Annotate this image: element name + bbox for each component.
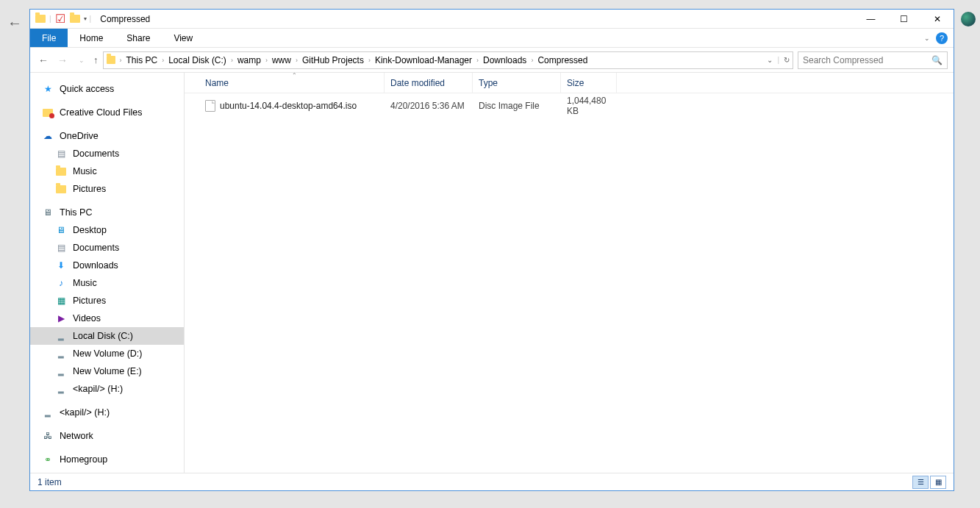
ribbon-expand-button[interactable]: ⌄ — [924, 35, 930, 42]
breadcrumb-separator[interactable]: › — [368, 57, 371, 64]
cloud-icon: ☁ — [42, 130, 54, 142]
breadcrumb-github-projects[interactable]: GitHub Projects — [299, 55, 367, 65]
nav-label: Documents — [73, 243, 119, 253]
new-folder-icon[interactable] — [69, 13, 81, 25]
nav-label: Homegroup — [60, 454, 107, 465]
breadcrumb-downloads[interactable]: Downloads — [480, 55, 529, 65]
nav-label: Local Disk (C:) — [73, 331, 133, 341]
nav-kapil-h[interactable]: ▂<kapil/> (H:) — [30, 380, 184, 398]
browser-back-button[interactable]: ← — [7, 15, 22, 32]
column-name[interactable]: Name⌃ — [199, 73, 385, 93]
sort-indicator-icon: ⌃ — [292, 72, 297, 79]
tab-view[interactable]: View — [162, 29, 204, 47]
nav-new-volume-d[interactable]: ▂New Volume (D:) — [30, 345, 184, 362]
folder-icon — [55, 183, 67, 195]
file-type: Disc Image File — [473, 101, 561, 111]
nav-network[interactable]: 🖧Network — [30, 427, 184, 445]
column-size[interactable]: Size — [561, 73, 617, 93]
address-dropdown[interactable]: ⌄ — [767, 56, 773, 64]
nav-homegroup[interactable]: ⚭Homegroup — [30, 451, 184, 468]
window-title: Compressed — [100, 14, 150, 24]
column-type[interactable]: Type — [473, 73, 561, 93]
nav-up-button[interactable]: ↑ — [93, 54, 99, 65]
tab-share[interactable]: Share — [115, 29, 162, 47]
help-button[interactable]: ? — [936, 32, 948, 44]
refresh-button[interactable]: ↻ — [784, 56, 790, 64]
breadcrumb-separator[interactable]: › — [296, 57, 298, 64]
status-item-count: 1 item — [37, 477, 62, 487]
qat-customize-dropdown[interactable]: ▾ — [84, 15, 87, 22]
view-large-icons-button[interactable]: ▦ — [930, 476, 946, 489]
nav-desktop[interactable]: 🖥Desktop — [30, 221, 184, 239]
nav-creative-cloud[interactable]: Creative Cloud Files — [30, 104, 184, 121]
search-box[interactable]: Search Compressed 🔍 — [798, 51, 948, 69]
document-icon: ▤ — [55, 148, 67, 160]
breadcrumb-separator[interactable]: › — [120, 57, 122, 64]
nav-videos[interactable]: ▶Videos — [30, 310, 184, 327]
nav-onedrive[interactable]: ☁OneDrive — [30, 127, 184, 145]
view-details-button[interactable]: ☰ — [912, 476, 929, 489]
download-icon: ⬇ — [55, 260, 67, 271]
explorer-body: ★Quick access Creative Cloud Files ☁OneD… — [30, 73, 954, 473]
file-name: ubuntu-14.04.4-desktop-amd64.iso — [220, 101, 357, 111]
nav-label: Documents — [73, 149, 119, 159]
column-date-modified[interactable]: Date modified — [385, 73, 473, 93]
nav-history-dropdown[interactable]: ⌄ — [74, 57, 89, 64]
address-bar[interactable]: › This PC › Local Disk (C:) › wamp › www… — [103, 51, 794, 69]
breadcrumb-wamp[interactable]: wamp — [235, 55, 264, 65]
close-button[interactable]: ✕ — [920, 10, 954, 29]
nav-local-disk-c[interactable]: ▂Local Disk (C:) — [30, 327, 184, 345]
drive-icon: ▂ — [55, 365, 67, 377]
nav-label: Creative Cloud Files — [60, 107, 143, 118]
nav-downloads[interactable]: ⬇Downloads — [30, 257, 184, 274]
nav-pictures[interactable]: ▦Pictures — [30, 292, 184, 310]
breadcrumb-compressed[interactable]: Compressed — [534, 55, 590, 65]
breadcrumb-separator[interactable]: › — [476, 57, 479, 64]
nav-documents[interactable]: ▤Documents — [30, 239, 184, 257]
homegroup-icon: ⚭ — [42, 454, 54, 465]
nav-onedrive-music[interactable]: Music — [30, 162, 184, 180]
nav-onedrive-pictures[interactable]: Pictures — [30, 180, 184, 198]
breadcrumb-www[interactable]: www — [269, 55, 294, 65]
music-icon: ♪ — [55, 277, 67, 289]
nav-label: Network — [60, 431, 93, 441]
column-label: Name — [205, 78, 229, 88]
breadcrumb-separator[interactable]: › — [162, 57, 164, 64]
minimize-button[interactable]: — — [854, 10, 887, 29]
navigation-pane[interactable]: ★Quick access Creative Cloud Files ☁OneD… — [30, 73, 185, 473]
nav-onedrive-documents[interactable]: ▤Documents — [30, 145, 184, 162]
network-icon: 🖧 — [42, 430, 54, 442]
column-headers: Name⌃ Date modified Type Size — [185, 73, 954, 93]
nav-label: <kapil/> (H:) — [60, 407, 110, 418]
breadcrumb-separator[interactable]: › — [265, 57, 268, 64]
nav-forward-button[interactable]: → — [55, 54, 70, 66]
window-controls: — ☐ ✕ — [854, 10, 954, 29]
file-rows[interactable]: ubuntu-14.04.4-desktop-amd64.iso 4/20/20… — [185, 93, 954, 473]
properties-icon[interactable]: ☑ — [54, 13, 66, 25]
tab-home[interactable]: Home — [68, 29, 115, 47]
breadcrumb-kink-download-manager[interactable]: Kink-Download-Manager — [372, 55, 475, 65]
breadcrumb-separator[interactable]: › — [531, 57, 533, 64]
breadcrumb-this-pc[interactable]: This PC — [124, 55, 161, 65]
pictures-icon: ▦ — [55, 295, 67, 307]
nav-music[interactable]: ♪Music — [30, 274, 184, 292]
maximize-button[interactable]: ☐ — [887, 10, 920, 29]
file-row[interactable]: ubuntu-14.04.4-desktop-amd64.iso 4/20/20… — [185, 98, 954, 114]
document-icon: ▤ — [55, 242, 67, 254]
title-bar: | ☑ ▾ | Compressed — ☐ ✕ — [30, 10, 954, 29]
breadcrumb-separator[interactable]: › — [231, 57, 233, 64]
browser-profile-avatar[interactable] — [961, 12, 976, 26]
nav-label: New Volume (E:) — [73, 366, 142, 376]
quick-access-toolbar: | ☑ ▾ | Compressed — [30, 13, 150, 25]
folder-icon — [35, 13, 46, 25]
file-list-area: Name⌃ Date modified Type Size ubuntu-14.… — [185, 73, 954, 473]
nav-back-button[interactable]: ← — [36, 54, 51, 66]
breadcrumb-local-disk-c[interactable]: Local Disk (C:) — [165, 55, 229, 65]
nav-label: Music — [73, 278, 97, 288]
tab-file[interactable]: File — [30, 29, 68, 47]
navigation-bar: ← → ⌄ ↑ › This PC › Local Disk (C:) › wa… — [30, 48, 954, 73]
nav-quick-access[interactable]: ★Quick access — [30, 80, 184, 98]
nav-kapil-h-root[interactable]: ▂<kapil/> (H:) — [30, 404, 184, 421]
nav-this-pc[interactable]: 🖥This PC — [30, 204, 184, 221]
nav-new-volume-e[interactable]: ▂New Volume (E:) — [30, 362, 184, 380]
